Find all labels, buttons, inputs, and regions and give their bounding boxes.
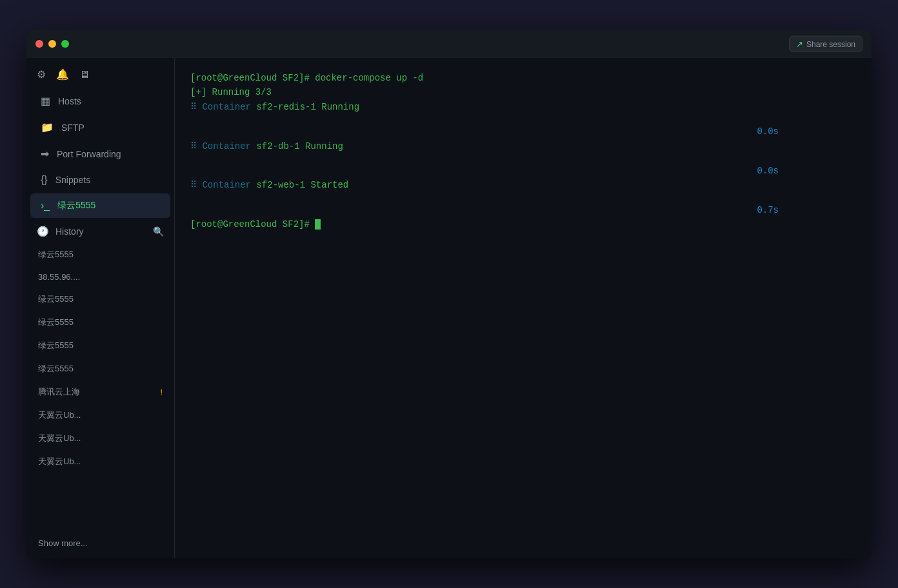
sidebar-item-session[interactable]: ›_ 绿云5555	[30, 193, 170, 218]
warning-icon: !	[160, 387, 163, 397]
history-search-icon[interactable]: 🔍	[153, 226, 164, 237]
bell-icon[interactable]: 🔔	[56, 68, 69, 81]
terminal-status-line: [+] Running 3/3	[190, 87, 272, 97]
terminal-line-2: [+] Running 3/3	[190, 85, 856, 99]
minimize-button[interactable]	[48, 40, 56, 48]
terminal-time-2: 0.0s	[757, 166, 779, 176]
history-item-label: 天翼云Ub...	[38, 433, 81, 444]
history-list: 绿云5555 38.55.96.... 绿云5555 绿云5555 绿云5555	[26, 244, 174, 533]
main-content: ⚙ 🔔 🖥 ▦ Hosts 📁 SFTP ➡ Port Forwarding {…	[26, 58, 872, 558]
snippets-icon: {}	[41, 174, 48, 186]
history-item[interactable]: 天翼云Ub...	[30, 451, 170, 473]
terminal-line-1: [root@GreenCloud SF2]# docker-compose up…	[190, 71, 856, 85]
hosts-icon: ▦	[41, 95, 50, 107]
maximize-button[interactable]	[61, 40, 69, 48]
session-label: 绿云5555	[57, 200, 95, 211]
share-session-label: Share session	[806, 39, 855, 48]
terminal-prompt: [root@GreenCloud SF2]#	[190, 73, 310, 83]
history-item-label: 天翼云Ub...	[38, 409, 81, 421]
terminal-line-4: 0.0s	[190, 124, 856, 139]
terminal-time-1: 0.0s	[757, 126, 779, 137]
traffic-lights	[35, 40, 69, 48]
history-item[interactable]: 38.55.96....	[30, 267, 170, 287]
terminal-line-5: ⠿ Container sf2-db-1 Running	[190, 139, 856, 153]
history-header-left: 🕐 History	[37, 226, 84, 237]
share-session-button[interactable]: ↗ Share session	[789, 36, 863, 52]
terminal-line-8: 0.7s	[190, 203, 856, 217]
port-forward-label: Port Forwarding	[57, 149, 121, 159]
show-more-label: Show more...	[38, 538, 88, 548]
history-item[interactable]: 绿云5555	[30, 288, 170, 310]
hosts-label: Hosts	[58, 96, 81, 106]
share-icon: ↗	[796, 39, 803, 49]
history-section: 🕐 History 🔍 绿云5555 38.55.96.... 绿云5555	[26, 219, 174, 558]
history-item[interactable]: 绿云5555	[30, 358, 170, 380]
terminal-spacer-2	[190, 153, 856, 164]
sidebar-item-hosts[interactable]: ▦ Hosts	[30, 88, 170, 113]
history-item[interactable]: 天翼云Ub...	[30, 427, 170, 449]
history-item[interactable]: 天翼云Ub...	[30, 404, 170, 426]
close-button[interactable]	[35, 40, 43, 48]
sidebar-top-icons: ⚙ 🔔 🖥	[26, 63, 174, 88]
screen-icon[interactable]: 🖥	[79, 69, 90, 81]
history-item[interactable]: 绿云5555	[30, 335, 170, 357]
history-label: History	[55, 226, 84, 237]
history-item-label: 绿云5555	[38, 293, 74, 305]
titlebar-actions: ↗ Share session	[789, 36, 863, 52]
terminal-line-9: [root@GreenCloud SF2]#	[190, 217, 856, 231]
history-item-label: 绿云5555	[38, 340, 74, 351]
app-window: ↗ Share session ⚙ 🔔 🖥 ▦ Hosts 📁 SFTP ➡	[26, 30, 872, 558]
history-item-label: 腾讯云上海	[38, 386, 80, 398]
sftp-label: SFTP	[61, 122, 85, 133]
history-clock-icon: 🕐	[37, 226, 49, 237]
terminal-container-name-3: sf2-web-1	[256, 180, 310, 190]
terminal-time-3: 0.7s	[757, 205, 779, 215]
titlebar: ↗ Share session	[26, 30, 872, 58]
history-item-label: 38.55.96....	[38, 272, 80, 282]
history-item-label: 绿云5555	[38, 317, 74, 328]
settings-icon[interactable]: ⚙	[37, 68, 46, 81]
history-item[interactable]: 绿云5555	[30, 244, 170, 266]
show-more-button[interactable]: Show more...	[30, 533, 170, 553]
terminal-status-running-2: Running	[305, 141, 343, 152]
history-item[interactable]: 腾讯云上海 !	[30, 381, 170, 403]
terminal-line-3: ⠿ Container sf2-redis-1 Running	[190, 100, 856, 114]
terminal-command: docker-compose up -d	[310, 73, 423, 83]
history-item-label: 绿云5555	[38, 363, 74, 375]
port-forward-icon: ➡	[41, 148, 49, 160]
terminal-status-running: Running	[321, 102, 359, 112]
history-item[interactable]: 绿云5555	[30, 311, 170, 333]
terminal-line-6: 0.0s	[190, 164, 856, 178]
terminal-container-prefix-2: ⠿ Container	[190, 141, 256, 152]
sftp-icon: 📁	[41, 121, 54, 133]
terminal-cursor	[315, 219, 321, 230]
sidebar-item-snippets[interactable]: {} Snippets	[30, 168, 170, 192]
history-header[interactable]: 🕐 History 🔍	[26, 219, 174, 244]
terminal-spacer	[190, 114, 856, 124]
sidebar: ⚙ 🔔 🖥 ▦ Hosts 📁 SFTP ➡ Port Forwarding {…	[26, 58, 175, 558]
snippets-label: Snippets	[55, 175, 90, 185]
terminal-line-7: ⠿ Container sf2-web-1 Started	[190, 178, 856, 192]
sidebar-item-port-forwarding[interactable]: ➡ Port Forwarding	[30, 141, 170, 166]
terminal-prompt-2: [root@GreenCloud SF2]#	[190, 219, 315, 230]
session-icon: ›_	[41, 200, 50, 211]
terminal-container-prefix-3: ⠿ Container	[190, 180, 256, 190]
terminal-panel[interactable]: [root@GreenCloud SF2]# docker-compose up…	[175, 58, 872, 558]
terminal-spacer-3	[190, 193, 856, 203]
history-item-label: 绿云5555	[38, 249, 74, 260]
terminal-container-name-2: sf2-db-1	[256, 141, 305, 152]
terminal-container-name: sf2-redis-1	[256, 102, 321, 112]
history-item-label: 天翼云Ub...	[38, 456, 81, 467]
terminal-status-started: Started	[310, 180, 348, 190]
terminal-container-prefix: ⠿ Container	[190, 102, 256, 112]
sidebar-item-sftp[interactable]: 📁 SFTP	[30, 115, 170, 140]
